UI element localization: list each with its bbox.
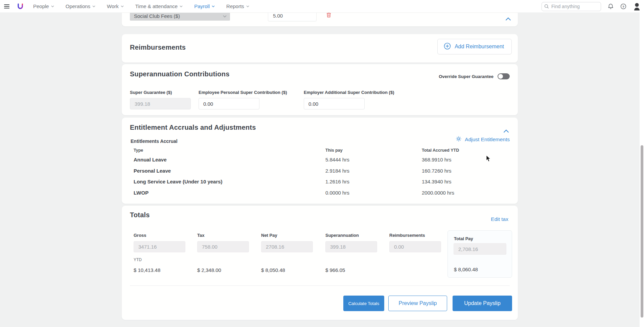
nav-label: Reports (226, 3, 244, 9)
chevron-down-icon (246, 5, 249, 7)
nav-item-payroll[interactable]: Payroll (194, 3, 215, 9)
notifications-bell-icon[interactable] (608, 3, 614, 9)
total-pay-input (454, 243, 506, 255)
column-label: Gross (134, 233, 188, 238)
totals-title: Totals (130, 211, 150, 219)
search-input[interactable] (542, 2, 601, 11)
chevron-down-icon (51, 5, 54, 7)
tax-column: Tax (197, 233, 251, 252)
column-label: Net Pay (261, 233, 315, 238)
cell-this-pay: 0.0000 hrs (325, 190, 349, 196)
net-pay-input (261, 241, 313, 252)
cell-type: Personal Leave (134, 168, 171, 174)
brand-logo[interactable] (14, 0, 27, 13)
employee-personal-super-input[interactable] (199, 98, 259, 109)
cell-type: Long Service Leave (Under 10 years) (134, 179, 223, 184)
add-reimbursement-button[interactable]: Add Reimbursement (437, 39, 512, 54)
adjust-entitlements-link[interactable]: Adjust Entitlements (456, 136, 510, 143)
chevron-up-icon[interactable] (505, 16, 511, 22)
gear-icon (456, 136, 462, 143)
field-label: Employee Personal Super Contribution ($) (199, 90, 287, 95)
add-reimbursement-label: Add Reimbursement (455, 44, 504, 50)
scrollbar-thumb[interactable] (641, 145, 643, 318)
chevron-down-icon (121, 5, 124, 7)
hamburger-icon[interactable] (0, 0, 14, 13)
net-pay-ytd-value: $ 8,050.48 (261, 267, 285, 273)
superannuation-title: Superannuation Contributions (130, 70, 229, 78)
tax-input (197, 241, 249, 252)
entitlements-card: Entitlement Accruals and Adjustments Ent… (122, 118, 518, 204)
chevron-down-icon (223, 13, 227, 19)
gross-input (134, 241, 185, 252)
entitlements-accrual-subtitle: Entitlements Accrual (131, 139, 178, 144)
super-guarantee-input (130, 98, 191, 109)
deduction-category-value: Social Club Fees ($) (134, 13, 223, 19)
nav-label: Operations (66, 3, 90, 9)
nav-item-people[interactable]: People (33, 3, 54, 9)
reimbursements-input (389, 241, 441, 252)
gross-ytd-value: $ 10,413.48 (134, 267, 160, 273)
col-header-type: Type (134, 148, 143, 153)
override-super-guarantee-toggle[interactable] (498, 73, 510, 79)
employer-additional-super-field: Employer Additional Super Contribution (… (304, 90, 394, 109)
column-label: Tax (197, 233, 251, 238)
cell-ytd: 134.3940 hrs (422, 179, 452, 184)
adjust-entitlements-label: Adjust Entitlements (465, 136, 510, 143)
total-pay-panel: Total Pay $ 8,060.48 (447, 230, 512, 278)
cell-this-pay: 5.8444 hrs (325, 157, 349, 162)
cell-type: Annual Leave (134, 157, 167, 162)
gross-column: Gross (134, 233, 188, 252)
column-label: Superannuation (325, 233, 380, 238)
help-icon[interactable]: ? (620, 3, 626, 9)
override-super-guarantee-label: Override Super Guarantee (439, 74, 493, 79)
cell-this-pay: 2.9184 hrs (325, 168, 349, 174)
cell-ytd: 160.7260 hrs (422, 168, 452, 174)
nav-label: Time & attendance (135, 3, 178, 9)
entitlements-title: Entitlement Accruals and Adjustments (130, 124, 256, 131)
nav-item-operations[interactable]: Operations (66, 3, 95, 9)
chevron-down-icon (92, 5, 95, 7)
nav-label: People (33, 3, 49, 9)
reimbursements-column: Reimbursements (389, 233, 443, 252)
field-label: Super Guarantee ($) (130, 90, 191, 95)
svg-text:?: ? (622, 5, 624, 8)
scrollbar-track (640, 0, 644, 327)
nav-item-time-attendance[interactable]: Time & attendance (135, 3, 183, 9)
search-icon (544, 4, 549, 10)
total-pay-ytd-value: $ 8,060.48 (454, 267, 478, 272)
net-pay-column: Net Pay (261, 233, 315, 252)
cell-this-pay: 1.2616 hrs (325, 179, 349, 184)
superannuation-card: Superannuation Contributions Override Su… (122, 64, 518, 115)
plus-circle-icon (444, 43, 451, 51)
employer-additional-super-input[interactable] (304, 98, 365, 109)
cell-type: LWOP (134, 190, 148, 196)
nav-label: Work (107, 3, 119, 9)
ytd-label: YTD (134, 257, 142, 262)
chevron-up-icon[interactable] (503, 128, 509, 134)
preview-payslip-button[interactable]: Preview Payslip (388, 296, 447, 311)
global-search (542, 2, 601, 11)
cell-ytd: 368.9910 hrs (422, 157, 452, 162)
tax-ytd-value: $ 2,348.00 (197, 267, 221, 273)
reimbursements-title: Reimbursements (130, 44, 186, 51)
total-pay-label: Total Pay (454, 236, 473, 241)
reimbursements-card: Reimbursements Add Reimbursement (122, 34, 518, 62)
calculate-totals-button[interactable]: Calculate Totals (343, 296, 384, 311)
chevron-down-icon (212, 5, 215, 7)
update-payslip-button[interactable]: Update Payslip (453, 296, 512, 311)
super-guarantee-field: Super Guarantee ($) (130, 90, 191, 109)
field-label: Employer Additional Super Contribution (… (304, 90, 394, 95)
superannuation-input (325, 241, 377, 252)
superannuation-ytd-value: $ 966.05 (325, 267, 345, 273)
edit-tax-link[interactable]: Edit tax (491, 216, 508, 222)
nav-item-reports[interactable]: Reports (226, 3, 249, 9)
employee-personal-super-field: Employee Personal Super Contribution ($) (199, 90, 287, 109)
edit-tax-label: Edit tax (491, 216, 508, 222)
divider (130, 285, 510, 286)
nav-item-work[interactable]: Work (107, 3, 124, 9)
trash-icon[interactable] (326, 12, 331, 19)
top-navbar: People Operations Work Time & attendance… (0, 0, 644, 13)
col-header-total-accrued-ytd: Total Accrued YTD (422, 148, 459, 153)
col-header-this-pay: This pay (325, 148, 343, 153)
column-label: Reimbursements (389, 233, 443, 238)
